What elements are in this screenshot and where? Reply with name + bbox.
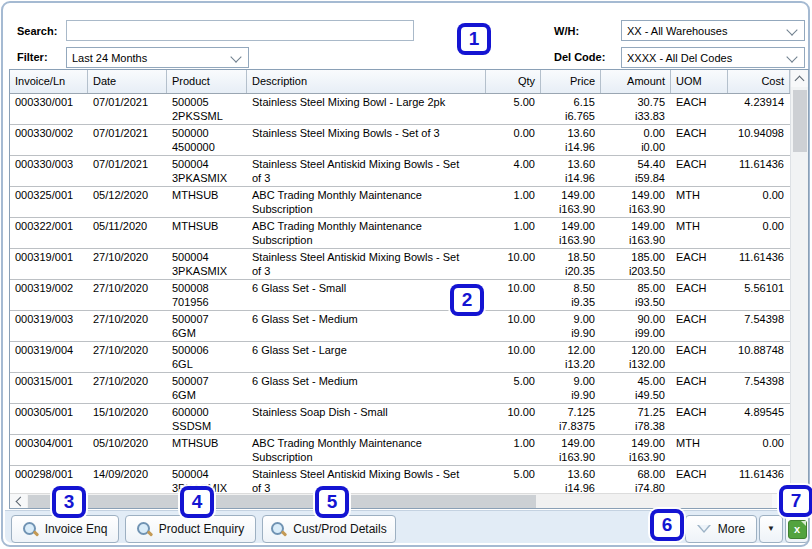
table-row[interactable]: 000319/00227/10/20205000087019566 Glass …	[10, 280, 790, 311]
cell-date: 27/10/2020	[88, 280, 167, 310]
scroll-left-button[interactable]	[10, 494, 27, 508]
del-code-label: Del Code:	[554, 51, 605, 63]
cell-price: 9.00i9.90	[541, 311, 601, 341]
table-row[interactable]: 000319/00327/10/20205000076GM6 Glass Set…	[10, 311, 790, 342]
column-header-uom[interactable]: UOM	[671, 70, 728, 93]
cell-uom: MTH	[671, 187, 728, 217]
table-row[interactable]: 000315/00127/10/20205000076GM6 Glass Set…	[10, 373, 790, 404]
invoice-enq-button[interactable]: Invoice Enq	[11, 515, 119, 543]
cell-desc: Stainless Steel Antiskid Mixing Bowls - …	[247, 466, 486, 496]
warehouse-select[interactable]: XX - All Warehouses	[621, 20, 805, 41]
column-header-date[interactable]: Date	[88, 70, 167, 93]
search-label: Search:	[17, 25, 57, 37]
cell-amount: 149.00i163.90	[601, 218, 671, 248]
cell-date: 05/12/2020	[88, 187, 167, 217]
column-header-product[interactable]: Product	[167, 70, 247, 93]
scroll-up-button[interactable]	[791, 70, 808, 87]
cell-product: 500008701956	[167, 280, 247, 310]
del-code-select[interactable]: XXXX - All Del Codes	[621, 47, 805, 68]
cell-uom: EACH	[671, 249, 728, 279]
cell-amount: 90.00i99.00	[601, 311, 671, 341]
cell-amount: 85.00i93.50	[601, 280, 671, 310]
cell-product: 600000SSDSM	[167, 404, 247, 434]
cell-product: 5000043PKASMIX	[167, 249, 247, 279]
callout-badge-1: 1	[457, 23, 491, 55]
cell-price: 13.60i14.96	[541, 125, 601, 155]
cell-invoice: 000319/003	[10, 311, 88, 341]
more-button[interactable]: More	[685, 515, 757, 543]
cell-cost: 11.61436	[728, 156, 790, 186]
filter-select[interactable]: Last 24 Months	[66, 47, 249, 68]
vertical-scrollbar[interactable]	[790, 70, 808, 508]
table-row[interactable]: 000319/00127/10/20205000043PKASMIXStainl…	[10, 249, 790, 280]
table-row[interactable]: 000330/00307/01/20215000043PKASMIXStainl…	[10, 156, 790, 187]
cell-uom: MTH	[671, 218, 728, 248]
chevron-up-icon	[795, 75, 805, 85]
cell-desc: ABC Trading Monthly MaintenanceSubscript…	[247, 435, 486, 465]
table-row[interactable]: 000322/00105/11/2020MTHSUBABC Trading Mo…	[10, 218, 790, 249]
column-header-price[interactable]: Price	[541, 70, 601, 93]
cell-product: 5000066GL	[167, 342, 247, 372]
cell-uom: EACH	[671, 404, 728, 434]
vertical-scrollbar-thumb[interactable]	[793, 90, 807, 152]
cell-invoice: 000319/001	[10, 249, 88, 279]
cell-desc: 6 Glass Set - Medium	[247, 373, 486, 403]
cell-invoice: 000325/001	[10, 187, 88, 217]
cell-qty: 5.00	[486, 94, 541, 124]
column-header-invoice[interactable]: Invoice/Ln	[10, 70, 88, 93]
cell-product: MTHSUB	[167, 435, 247, 465]
cell-cost: 0.00	[728, 435, 790, 465]
cell-cost: 4.89545	[728, 404, 790, 434]
column-header-qty[interactable]: Qty	[486, 70, 541, 93]
cell-uom: EACH	[671, 342, 728, 372]
table-row[interactable]: 000304/00105/10/2020MTHSUBABC Trading Mo…	[10, 435, 790, 466]
cell-qty: 4.00	[486, 156, 541, 186]
app-window: Search: Filter: Last 24 Months W/H: XX -…	[1, 1, 810, 547]
grid-body: 000330/00107/01/20215000052PKSSMLStainle…	[10, 94, 790, 508]
cell-invoice: 000315/001	[10, 373, 88, 403]
product-enquiry-button[interactable]: Product Enquiry	[125, 515, 256, 543]
horizontal-scrollbar-thumb[interactable]	[28, 495, 536, 508]
product-enquiry-label: Product Enquiry	[159, 522, 244, 536]
excel-export-button[interactable]: x	[785, 515, 809, 543]
cell-product: 5000076GM	[167, 311, 247, 341]
magnifier-icon	[271, 522, 286, 537]
column-header-cost[interactable]: Cost	[728, 70, 790, 93]
magnifier-icon	[23, 522, 38, 537]
cell-amount: 68.00i74.80	[601, 466, 671, 496]
cell-product: 5000076GM	[167, 373, 247, 403]
chevron-down-icon	[786, 24, 797, 35]
table-row[interactable]: 000305/00115/10/2020600000SSDSMStainless…	[10, 404, 790, 435]
horizontal-scrollbar[interactable]	[10, 493, 790, 508]
more-dropdown-button[interactable]: ▼	[759, 515, 783, 543]
cell-date: 07/01/2021	[88, 125, 167, 155]
cell-product: MTHSUB	[167, 218, 247, 248]
cell-qty: 0.00	[486, 125, 541, 155]
filter-label: Filter:	[17, 51, 48, 63]
table-row[interactable]: 000330/00207/01/20215000004500000Stainle…	[10, 125, 790, 156]
column-header-desc[interactable]: Description	[247, 70, 486, 93]
cell-price: 12.00i13.20	[541, 342, 601, 372]
table-row[interactable]: 000330/00107/01/20215000052PKSSMLStainle…	[10, 94, 790, 125]
search-input[interactable]	[66, 20, 414, 41]
cust-prod-details-button[interactable]: Cust/Prod Details	[262, 515, 396, 543]
cell-invoice: 000330/003	[10, 156, 88, 186]
cell-product: MTHSUB	[167, 187, 247, 217]
cell-amount: 149.00i163.90	[601, 187, 671, 217]
cell-desc: ABC Trading Monthly MaintenanceSubscript…	[247, 187, 486, 217]
cell-price: 149.00i163.90	[541, 187, 601, 217]
table-row[interactable]: 000319/00427/10/20205000066GL6 Glass Set…	[10, 342, 790, 373]
cell-invoice: 000305/001	[10, 404, 88, 434]
table-row[interactable]: 000325/00105/12/2020MTHSUBABC Trading Mo…	[10, 187, 790, 218]
cell-qty: 1.00	[486, 218, 541, 248]
cell-invoice: 000319/002	[10, 280, 88, 310]
chevron-down-icon	[786, 51, 797, 62]
cell-cost: 10.88748	[728, 342, 790, 372]
column-header-amount[interactable]: Amount	[601, 70, 671, 93]
cell-desc: Stainless Steel Antiskid Mixing Bowls - …	[247, 249, 486, 279]
cell-amount: 71.25i78.38	[601, 404, 671, 434]
cell-product: 5000052PKSSML	[167, 94, 247, 124]
cust-prod-details-label: Cust/Prod Details	[293, 522, 386, 536]
cell-invoice: 000322/001	[10, 218, 88, 248]
cell-cost: 7.54398	[728, 311, 790, 341]
